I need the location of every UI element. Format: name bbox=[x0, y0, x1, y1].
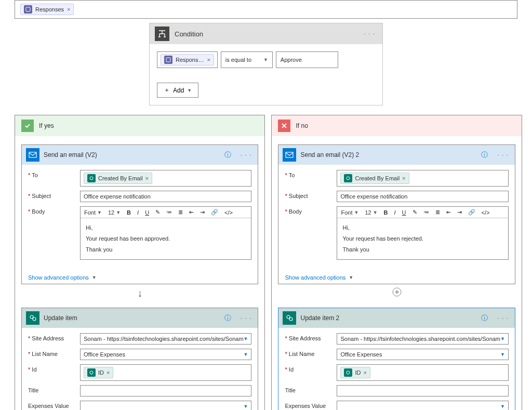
body-editor[interactable]: Font ▼ 12 ▼ B I U ✎ ≔ ≣ ⇤ ⇥ 🔗 </> bbox=[337, 206, 508, 260]
remove-token-icon[interactable]: × bbox=[107, 369, 110, 376]
title-input[interactable] bbox=[80, 385, 251, 396]
code-view-button[interactable]: </> bbox=[223, 208, 234, 217]
site-address-select[interactable]: Sonam - https://tsinfotechnologies.share… bbox=[337, 333, 508, 345]
list-name-select[interactable]: Office Expenses ▼ bbox=[80, 349, 251, 360]
bullet-list-button[interactable]: ≔ bbox=[422, 208, 431, 217]
bold-button[interactable]: B bbox=[125, 208, 132, 217]
site-address-select[interactable]: Sonam - https://tsinfotechnologies.share… bbox=[80, 333, 251, 345]
action-header[interactable]: Send an email (V2) ⓘ · · · bbox=[22, 145, 258, 165]
id-token[interactable]: ID × bbox=[340, 367, 370, 378]
condition-operator-select[interactable]: is equal to ▼ bbox=[221, 51, 273, 68]
list-name-select[interactable]: Office Expenses ▼ bbox=[337, 349, 508, 360]
list-name-label: List Name bbox=[285, 349, 332, 357]
remove-token-icon[interactable]: × bbox=[67, 6, 70, 12]
outdent-button[interactable]: ⇤ bbox=[188, 208, 195, 217]
add-step-button[interactable] bbox=[272, 287, 521, 299]
outlook-icon bbox=[26, 148, 39, 162]
action-menu-button[interactable]: · · · bbox=[495, 151, 511, 158]
action-header[interactable]: Update item 2 ⓘ · · · bbox=[278, 308, 514, 328]
underline-button[interactable]: U bbox=[143, 208, 151, 217]
font-select[interactable]: Font ▼ bbox=[83, 208, 103, 217]
subject-label: Subject bbox=[285, 191, 332, 199]
show-advanced-link[interactable]: Show advanced options ▼ bbox=[22, 269, 103, 284]
numbered-list-button[interactable]: ≣ bbox=[434, 208, 442, 217]
bold-button[interactable]: B bbox=[382, 208, 390, 217]
loop-container[interactable]: Responses × bbox=[15, 0, 517, 19]
italic-button[interactable]: I bbox=[393, 208, 397, 217]
outdent-button[interactable]: ⇤ bbox=[445, 208, 453, 217]
sharepoint-icon bbox=[87, 174, 96, 182]
bullet-list-button[interactable]: ≔ bbox=[165, 208, 174, 217]
action-header[interactable]: Update item ⓘ · · · bbox=[22, 308, 258, 328]
outlook-icon bbox=[283, 148, 296, 162]
svg-point-5 bbox=[33, 318, 36, 321]
link-button[interactable]: 🔗 bbox=[467, 208, 477, 217]
operator-label: is equal to bbox=[225, 57, 251, 63]
numbered-list-button[interactable]: ≣ bbox=[177, 208, 184, 217]
body-line: Your request has been rejected. bbox=[342, 233, 502, 244]
id-token[interactable]: ID × bbox=[84, 367, 113, 378]
font-select[interactable]: Font ▼ bbox=[339, 208, 360, 217]
action-menu-button[interactable]: · · · bbox=[238, 314, 254, 322]
title-input[interactable] bbox=[337, 385, 508, 396]
editor-content[interactable]: Hi, Your request has been rejected. Than… bbox=[337, 218, 508, 259]
sharepoint-icon bbox=[26, 311, 39, 325]
site-address-label: Site Address bbox=[285, 333, 332, 341]
update-item-card: Update item ⓘ · · · Site Address Sonam -… bbox=[21, 308, 258, 410]
sharepoint-icon bbox=[283, 311, 296, 325]
help-icon[interactable]: ⓘ bbox=[478, 313, 491, 323]
token-label: Respons… bbox=[176, 57, 204, 63]
code-view-button[interactable]: </> bbox=[480, 208, 491, 217]
font-size-select[interactable]: 12 ▼ bbox=[363, 208, 379, 217]
close-icon bbox=[278, 120, 290, 132]
arrow-down-icon: ↓ bbox=[15, 287, 264, 299]
expenses-select[interactable]: ▼ bbox=[337, 401, 508, 410]
chevron-down-icon: ▼ bbox=[263, 57, 268, 62]
condition-menu-button[interactable]: · · · bbox=[362, 30, 377, 37]
expenses-label: Expenses Value bbox=[28, 401, 76, 409]
action-menu-button[interactable]: · · · bbox=[495, 314, 511, 322]
help-icon[interactable]: ⓘ bbox=[478, 150, 491, 160]
created-by-email-token[interactable]: Created By Email × bbox=[84, 173, 152, 184]
responses-token[interactable]: Responses × bbox=[20, 4, 74, 15]
condition-header[interactable]: Condition · · · bbox=[150, 23, 382, 44]
action-menu-button[interactable]: · · · bbox=[238, 151, 254, 158]
remove-token-icon[interactable]: × bbox=[207, 57, 210, 63]
editor-content[interactable]: Hi, Your request has been approved. Than… bbox=[81, 218, 251, 259]
created-by-email-token[interactable]: Created By Email × bbox=[340, 173, 409, 184]
subject-input[interactable]: Office expense notification bbox=[80, 191, 251, 202]
body-label: Body bbox=[28, 206, 76, 215]
action-header[interactable]: Send an email (V2) 2 ⓘ · · · bbox=[278, 145, 514, 165]
responses-token[interactable]: Respons… × bbox=[161, 54, 214, 65]
condition-right-value[interactable]: Approve bbox=[276, 51, 338, 68]
remove-token-icon[interactable]: × bbox=[145, 175, 149, 181]
body-label: Body bbox=[285, 206, 332, 215]
title-label: Title bbox=[28, 385, 76, 393]
add-condition-button[interactable]: ＋ Add ▼ bbox=[157, 83, 198, 98]
subject-input[interactable]: Office expense notification bbox=[337, 191, 508, 202]
chevron-down-icon: ▼ bbox=[244, 404, 248, 409]
to-input[interactable]: Created By Email × bbox=[337, 170, 508, 187]
link-button[interactable]: 🔗 bbox=[209, 208, 220, 217]
indent-button[interactable]: ⇥ bbox=[198, 208, 206, 217]
italic-button[interactable]: I bbox=[136, 208, 140, 217]
id-input[interactable]: ID × bbox=[80, 364, 251, 381]
help-icon[interactable]: ⓘ bbox=[221, 313, 234, 323]
remove-token-icon[interactable]: × bbox=[363, 369, 366, 376]
body-line: Hi, bbox=[86, 222, 246, 233]
underline-button[interactable]: U bbox=[401, 208, 408, 217]
highlight-button[interactable]: ✎ bbox=[154, 208, 162, 217]
indent-button[interactable]: ⇥ bbox=[456, 208, 463, 217]
help-icon[interactable]: ⓘ bbox=[221, 150, 234, 160]
remove-token-icon[interactable]: × bbox=[402, 175, 405, 181]
to-input[interactable]: Created By Email × bbox=[80, 170, 251, 187]
add-label: Add bbox=[173, 87, 184, 94]
id-input[interactable]: ID × bbox=[337, 364, 508, 381]
check-icon bbox=[21, 120, 34, 132]
font-size-select[interactable]: 12 ▼ bbox=[107, 208, 122, 217]
body-editor[interactable]: Font ▼ 12 ▼ B I U ✎ ≔ ≣ ⇤ ⇥ 🔗 </> bbox=[80, 206, 251, 260]
highlight-button[interactable]: ✎ bbox=[411, 208, 419, 217]
condition-left-operand[interactable]: Respons… × bbox=[157, 51, 218, 68]
show-advanced-link[interactable]: Show advanced options ▼ bbox=[278, 269, 360, 284]
expenses-select[interactable]: ▼ bbox=[80, 401, 251, 410]
